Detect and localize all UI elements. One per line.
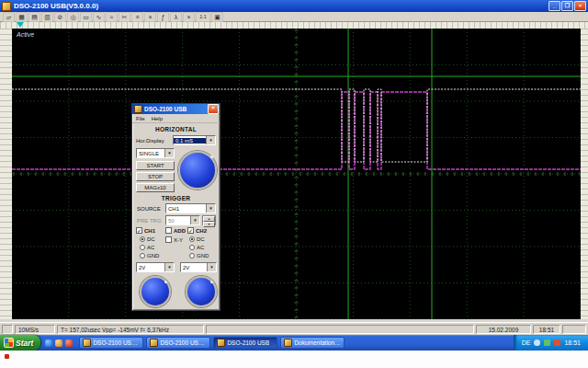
- ch2-position-knob[interactable]: [186, 276, 217, 307]
- ch1-checkbox-label: CH1: [144, 228, 155, 234]
- ch2-ac-radio[interactable]: [189, 245, 195, 250]
- trigger-level-spinner[interactable]: ▲ ▼: [202, 215, 216, 225]
- taskbar-task-button[interactable]: DSO-2100 USB Data: [146, 337, 210, 349]
- hor-display-label: Hor.Display: [136, 138, 164, 144]
- dialog-close-button[interactable]: ×: [208, 104, 219, 114]
- usb-device-icon[interactable]: [544, 339, 550, 346]
- antivirus-icon[interactable]: [554, 339, 560, 346]
- minimize-button[interactable]: _: [548, 1, 560, 11]
- measure-icon[interactable]: ≡: [131, 12, 143, 22]
- ch1-ac-label: AC: [147, 245, 154, 250]
- trigger-source-value: CH1: [166, 206, 206, 212]
- scope-display: Active: [12, 29, 581, 319]
- status-blank-cell: [2, 325, 13, 334]
- language-indicator[interactable]: DE: [522, 339, 531, 346]
- ch2-checkbox-label: CH2: [196, 228, 207, 234]
- add-checkbox-label: ADD: [174, 228, 186, 234]
- mag-x10-button[interactable]: MAGx10: [136, 183, 175, 192]
- open-icon[interactable]: ▱: [3, 12, 15, 22]
- trigger-source-combobox[interactable]: CH1 ▼: [165, 203, 216, 213]
- tray-clock[interactable]: 18:51: [564, 339, 581, 346]
- knob-pointer: [164, 281, 167, 283]
- main-titlebar: DSO-2100 USB(V5.0.0.0) _ ❐ ×: [0, 0, 588, 12]
- ch2-ac-label: AC: [197, 245, 204, 250]
- menu-file[interactable]: File: [136, 116, 145, 121]
- dialog-menubar: File Help: [132, 114, 220, 123]
- horizontal-section-heading: HORIZONTAL: [132, 126, 220, 132]
- ch1-volts-value: 2V: [137, 265, 164, 270]
- spinner-down-icon[interactable]: ▼: [203, 222, 215, 227]
- select-region-icon[interactable]: ▭: [80, 12, 92, 22]
- cut-icon[interactable]: ✂: [119, 12, 130, 22]
- ch1-checkbox[interactable]: [136, 227, 142, 234]
- ch2-dc-label: DC: [197, 236, 205, 242]
- quicklaunch-media-icon[interactable]: [65, 339, 73, 347]
- chevron-down-icon[interactable]: ▼: [190, 216, 199, 224]
- lambda-icon[interactable]: λ: [170, 12, 182, 22]
- stop-button[interactable]: STOP: [136, 172, 175, 181]
- start-button[interactable]: Start: [0, 335, 40, 351]
- waveform-icon[interactable]: ∿: [93, 12, 105, 22]
- acquire-mode-combobox[interactable]: SINGLE ▼: [136, 148, 175, 158]
- waveform-smooth-icon[interactable]: ≈: [106, 12, 118, 22]
- status-resize-grip: [562, 325, 586, 334]
- volume-icon[interactable]: [534, 339, 540, 346]
- taskbar-task-button[interactable]: DSO-2100 USB(V5.0...: [79, 337, 143, 349]
- window-controls: _ ❐ ×: [548, 1, 588, 11]
- ch2-volts-value: 2V: [181, 265, 207, 270]
- chevron-down-icon[interactable]: ▼: [164, 149, 174, 157]
- fx-icon[interactable]: ƒ: [157, 12, 169, 22]
- start-button[interactable]: START: [136, 161, 175, 170]
- stop-acquire-icon[interactable]: ⊘: [54, 12, 66, 22]
- ch2-gnd-radio[interactable]: [189, 253, 195, 259]
- add-checkbox[interactable]: [165, 227, 172, 234]
- dialog-titlebar[interactable]: DSO-2100 USB ×: [132, 104, 220, 114]
- taskbar: Start DSO-2100 USB(V5.0...DSO-2100 USB D…: [0, 335, 588, 351]
- ch2-volts-combobox[interactable]: 2V ▼: [180, 262, 217, 272]
- task-app-icon: [150, 339, 158, 347]
- panel-icon[interactable]: ▣: [211, 12, 223, 22]
- sample-rate-value: 10MS/s: [15, 325, 55, 334]
- ch2-dc-radio[interactable]: [189, 236, 195, 242]
- window-title: DSO-2100 USB(V5.0.0.0): [14, 2, 98, 10]
- statusbar: 10MS/s T= 157,02usec Vpp= -145mV f= 6,37…: [0, 322, 588, 335]
- dialog-title: DSO-2100 USB: [144, 106, 187, 112]
- maximize-button[interactable]: ❐: [561, 1, 573, 11]
- quicklaunch-ie-icon[interactable]: [45, 339, 52, 347]
- pretrig-combobox[interactable]: 50 ▼: [165, 215, 200, 225]
- xy-checkbox[interactable]: [165, 236, 172, 243]
- zoom-icon[interactable]: ◎: [67, 12, 79, 22]
- close-button[interactable]: ×: [574, 1, 586, 11]
- menu-help[interactable]: Help: [152, 116, 163, 121]
- chevron-down-icon[interactable]: ▼: [206, 204, 215, 213]
- task-label: DSO-2100 USB Data: [160, 339, 207, 346]
- task-label: DSO-2100 USB(V5.0...: [93, 339, 140, 346]
- ch1-ac-radio[interactable]: [140, 245, 145, 250]
- ch1-volts-combobox[interactable]: 2V ▼: [136, 262, 175, 272]
- marker-icon[interactable]: ×: [144, 12, 156, 22]
- ch1-position-knob[interactable]: [140, 276, 171, 307]
- print-icon[interactable]: ▤: [28, 12, 40, 22]
- timebase-knob[interactable]: [178, 151, 217, 190]
- quicklaunch-desktop-icon[interactable]: [55, 339, 62, 347]
- main-toolbar: ▱▦▤▥⊘◎▭∿≈✂≡×ƒλ×1:1▣: [0, 12, 588, 22]
- chevron-down-icon[interactable]: ▼: [207, 263, 216, 271]
- export-icon[interactable]: ▥: [41, 12, 53, 22]
- hor-display-combobox[interactable]: 0.1 mS ▼: [173, 135, 216, 145]
- taskbar-task-button[interactable]: Dokumentation - Micr...: [280, 337, 345, 349]
- ch1-position-slider[interactable]: [0, 29, 13, 319]
- chevron-down-icon[interactable]: ▼: [164, 263, 174, 271]
- ratio-1-1-icon[interactable]: 1:1: [196, 12, 210, 22]
- ch2-checkbox[interactable]: [187, 227, 194, 234]
- taskbar-task-button[interactable]: DSO-2100 USB: [213, 337, 277, 349]
- knob-pointer: [210, 281, 213, 283]
- desktop-icon-fragment: [5, 354, 9, 359]
- ch1-gnd-radio[interactable]: [140, 253, 145, 259]
- trigger-position-marker[interactable]: [17, 22, 24, 28]
- chevron-down-icon[interactable]: ▼: [206, 136, 215, 144]
- task-label: DSO-2100 USB: [227, 339, 269, 346]
- save-icon[interactable]: ▦: [16, 12, 28, 22]
- start-label: Start: [16, 339, 33, 348]
- delete-icon[interactable]: ×: [183, 12, 195, 22]
- ch1-dc-radio[interactable]: [140, 236, 145, 242]
